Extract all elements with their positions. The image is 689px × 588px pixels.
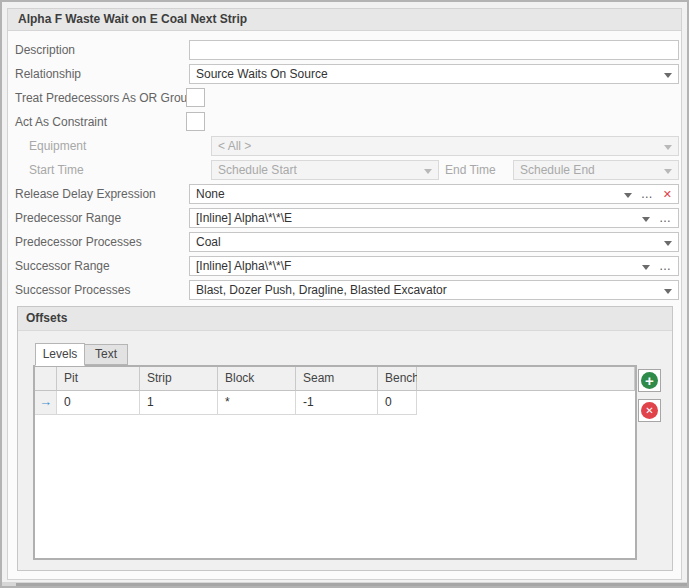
ellipsis-browse-icon[interactable]: … [641, 187, 654, 201]
predecessor-processes-value: Coal [196, 235, 655, 249]
ellipsis-browse-icon[interactable]: … [659, 211, 672, 225]
successor-processes-value: Blast, Dozer Push, Dragline, Blasted Exc… [196, 283, 655, 297]
bottom-scrollbar-track [2, 582, 687, 588]
predecessor-range-label: Predecessor Range [15, 208, 121, 228]
start-time-label: Start Time [29, 160, 84, 180]
cell-filler [417, 391, 635, 415]
column-header-strip[interactable]: Strip [140, 367, 218, 391]
cell-block[interactable]: * [218, 391, 296, 415]
chevron-down-icon [664, 145, 672, 150]
column-header-pit[interactable]: Pit [57, 367, 140, 391]
successor-range-value: [Inline] Alpha\*\*\F [196, 259, 633, 273]
current-row-arrow-icon[interactable]: → [35, 391, 57, 415]
tab-text[interactable]: Text [84, 344, 128, 365]
chevron-down-icon[interactable] [664, 241, 672, 246]
cell-bench[interactable]: 0 [378, 391, 417, 415]
end-time-dropdown: Schedule End [513, 160, 679, 180]
cell-strip[interactable]: 1 [140, 391, 218, 415]
delete-row-button[interactable]: ✕ [638, 399, 661, 422]
description-input[interactable] [189, 40, 679, 60]
equipment-label: Equipment [29, 136, 86, 156]
cell-seam[interactable]: -1 [296, 391, 378, 415]
column-header-filler [417, 367, 635, 391]
release-delay-dropdown[interactable]: None … ✕ [189, 184, 679, 204]
description-label: Description [15, 40, 75, 60]
predecessor-processes-dropdown[interactable]: Coal [189, 232, 679, 252]
table-row: → 0 1 * -1 0 [35, 391, 635, 415]
relationship-dropdown[interactable]: Source Waits On Source [189, 64, 679, 84]
chevron-down-icon[interactable] [642, 265, 650, 270]
cell-pit[interactable]: 0 [57, 391, 140, 415]
chevron-down-icon[interactable] [664, 289, 672, 294]
chevron-down-icon [424, 169, 432, 174]
successor-processes-label: Successor Processes [15, 280, 130, 300]
tab-levels[interactable]: Levels [35, 343, 85, 366]
or-group-label: Treat Predecessors As OR Group [15, 88, 194, 108]
grid-header-row: Pit Strip Block Seam Bench [35, 367, 635, 391]
start-time-value: Schedule Start [218, 163, 415, 177]
ellipsis-browse-icon[interactable]: … [659, 259, 672, 273]
column-header-bench[interactable]: Bench [378, 367, 417, 391]
delete-cross-icon: ✕ [641, 402, 658, 419]
bottom-scrollbar-thumb[interactable] [16, 583, 687, 588]
predecessor-processes-label: Predecessor Processes [15, 232, 142, 252]
or-group-checkbox[interactable] [186, 88, 205, 107]
predecessor-range-value: [Inline] Alpha\*\*\E [196, 211, 633, 225]
panel-title: Alpha F Waste Wait on E Coal Next Strip [8, 9, 681, 31]
equipment-dropdown: < All > [211, 136, 679, 156]
successor-range-label: Successor Range [15, 256, 110, 276]
predecessor-range-dropdown[interactable]: [Inline] Alpha\*\*\E … [189, 208, 679, 228]
chevron-down-icon [664, 169, 672, 174]
plus-icon: + [641, 372, 658, 389]
clear-icon[interactable]: ✕ [663, 187, 672, 201]
release-delay-value: None [196, 187, 615, 201]
release-delay-label: Release Delay Expression [15, 184, 156, 204]
chevron-down-icon[interactable] [624, 193, 632, 198]
offsets-groupbox: Offsets Levels Text Pit Strip Block Seam… [17, 306, 673, 571]
successor-processes-dropdown[interactable]: Blast, Dozer Push, Dragline, Blasted Exc… [189, 280, 679, 300]
row-indicator-header [35, 367, 57, 391]
dependency-rule-panel: Alpha F Waste Wait on E Coal Next Strip … [7, 8, 682, 580]
end-time-label: End Time [445, 160, 496, 180]
column-header-block[interactable]: Block [218, 367, 296, 391]
dependency-rule-window: Alpha F Waste Wait on E Coal Next Strip … [0, 0, 689, 588]
offsets-grid: Pit Strip Block Seam Bench → 0 1 * -1 0 [33, 365, 637, 560]
act-as-constraint-label: Act As Constraint [15, 112, 107, 132]
add-row-button[interactable]: + [638, 369, 661, 392]
relationship-label: Relationship [15, 64, 81, 84]
act-as-constraint-checkbox[interactable] [186, 112, 205, 131]
start-time-dropdown: Schedule Start [211, 160, 439, 180]
chevron-down-icon[interactable] [642, 217, 650, 222]
column-header-seam[interactable]: Seam [296, 367, 378, 391]
chevron-down-icon[interactable] [664, 73, 672, 78]
end-time-value: Schedule End [520, 163, 655, 177]
relationship-value: Source Waits On Source [196, 67, 655, 81]
offsets-title: Offsets [18, 307, 672, 331]
equipment-value: < All > [218, 139, 655, 153]
successor-range-dropdown[interactable]: [Inline] Alpha\*\*\F … [189, 256, 679, 276]
